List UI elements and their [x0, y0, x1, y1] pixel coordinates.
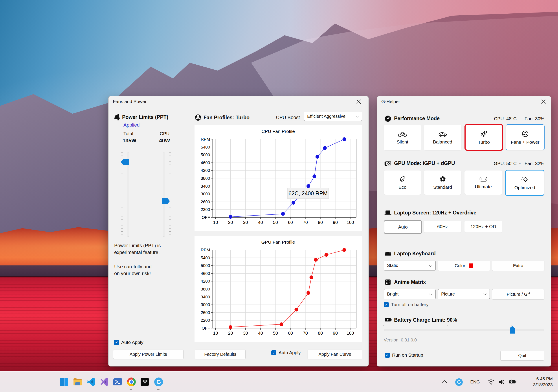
svg-text:30: 30	[243, 220, 248, 225]
powershell-button[interactable]	[113, 377, 123, 387]
keyboard-mode-select[interactable]: Static	[384, 261, 436, 270]
svg-text:50: 50	[273, 331, 278, 335]
slider-tick	[448, 325, 448, 326]
svg-text:4200: 4200	[201, 168, 210, 173]
svg-text:80: 80	[318, 331, 323, 335]
auto-apply-power-checkbox[interactable]: ✓ Auto Apply	[114, 340, 143, 345]
auto-apply-fan-checkbox[interactable]: ✓ Auto Apply	[271, 350, 301, 355]
cpu-slider-track[interactable]	[163, 152, 165, 237]
fan-curve-point[interactable]	[281, 212, 285, 216]
note-line: Use carefully and	[114, 264, 152, 269]
visual-studio-button[interactable]	[100, 377, 109, 387]
tidal-button[interactable]	[140, 377, 150, 387]
apply-fan-curve-button[interactable]: Apply Fan Curve	[308, 350, 362, 359]
wifi-tray-icon[interactable]	[487, 378, 496, 386]
cpu-slider-thumb[interactable]	[162, 198, 170, 204]
perf-mode-balanced-button[interactable]: Balanced	[424, 125, 462, 150]
fan-curve-point[interactable]	[306, 184, 310, 188]
fan-curve-point[interactable]	[295, 308, 298, 311]
matrix-brightness-select[interactable]: Bright	[384, 289, 436, 299]
battery-slider-track[interactable]	[384, 329, 544, 331]
fan-curve-point[interactable]	[229, 215, 232, 219]
running-indicator	[157, 389, 159, 390]
anime-matrix-heading: Anime Matrix	[394, 279, 426, 285]
fan-curve-point[interactable]	[342, 137, 346, 141]
picture-gif-button[interactable]: Picture / Gif	[492, 289, 544, 300]
gpu-mode-ultimate-button[interactable]: Ultimate	[464, 170, 502, 195]
battery-tray-icon[interactable]	[508, 378, 517, 386]
screen-120hz-od-button[interactable]: 120Hz + OD	[464, 221, 502, 233]
svg-text:RPM: RPM	[201, 248, 210, 252]
fan-curve-point[interactable]	[310, 275, 313, 279]
tray-ghelper-icon[interactable]: G	[454, 378, 463, 386]
quit-button[interactable]: Quit	[500, 351, 544, 361]
chart-axis-ticks	[211, 139, 350, 219]
run-on-startup-checkbox[interactable]: ✓ Run on Startup	[385, 352, 423, 358]
laptop-screen-icon	[384, 209, 392, 216]
vscode-button[interactable]	[86, 377, 96, 387]
keyboard-extra-button[interactable]: Extra	[492, 261, 544, 271]
fan-curve-point[interactable]	[315, 155, 319, 159]
gpu-mode-optimized-button[interactable]: Optimized	[505, 170, 544, 196]
start-button[interactable]	[59, 377, 69, 387]
version-link[interactable]: Version: 0.31.0.0	[384, 337, 417, 342]
fan-curve-point[interactable]	[313, 175, 316, 178]
factory-defaults-button[interactable]: Factory Defaults	[195, 350, 245, 359]
keyboard-mode-value: Static	[387, 263, 398, 268]
fan-curve-point[interactable]	[292, 201, 295, 205]
gpu-fan-chart[interactable]: OFF220026003000340038004200460050005400R…	[194, 236, 362, 342]
close-button[interactable]	[540, 99, 547, 105]
gpu-mode-eco-button[interactable]: Eco	[384, 170, 421, 195]
leaf-icon	[399, 175, 406, 183]
fan-curve-point[interactable]	[314, 258, 318, 262]
perf-mode-fans-power-button[interactable]: Fans + Power	[506, 124, 545, 150]
anime-matrix-icon	[384, 279, 392, 286]
slider-tick	[416, 325, 416, 326]
language-indicator[interactable]: ENG	[470, 379, 480, 385]
vscode-icon	[87, 377, 96, 386]
tray-expand-button[interactable]	[441, 378, 449, 386]
gamepad-icon	[479, 176, 488, 182]
volume-tray-icon[interactable]	[497, 378, 506, 386]
cpu-boost-select[interactable]: Efficient Aggressive	[304, 112, 362, 121]
cpu-fan-chart[interactable]: OFF220026003000340038004200460050005400R…	[194, 125, 362, 231]
turn-off-on-battery-checkbox[interactable]: ✓ Turn off on battery	[384, 302, 428, 307]
120hz-od-label: 120Hz + OD	[471, 224, 496, 229]
perf-mode-turbo-button[interactable]: Turbo	[464, 124, 503, 151]
fan-curve-point[interactable]	[324, 253, 328, 257]
ghelper-taskbar-button[interactable]: G	[154, 377, 164, 387]
apply-power-limits-button[interactable]: Apply Power Limits	[113, 350, 183, 359]
file-explorer-button[interactable]	[73, 377, 83, 387]
fan-curve-point[interactable]	[229, 325, 232, 329]
gpu-chart-title: GPU Fan Profile	[194, 240, 362, 245]
screen-60hz-button[interactable]: 60Hz	[424, 221, 462, 233]
keyboard-color-button[interactable]: Color	[438, 261, 490, 271]
matrix-mode-select[interactable]: Picture	[438, 289, 490, 299]
perf-mode-silent-button[interactable]: Silent	[384, 125, 421, 150]
svg-text:4600: 4600	[201, 271, 210, 276]
svg-text:5000: 5000	[201, 263, 210, 268]
fan-curve-point[interactable]	[306, 291, 310, 295]
total-value: 135W	[122, 138, 136, 144]
screen-auto-button[interactable]: Auto	[384, 220, 422, 234]
fan-curve-point[interactable]	[279, 322, 283, 326]
chrome-button[interactable]	[127, 377, 136, 387]
clock[interactable]: 6:45 PM 3/18/2023	[533, 376, 553, 388]
chevron-down-icon	[483, 292, 487, 296]
picture-gif-label: Picture / Gif	[507, 292, 530, 297]
standard-label: Standard	[433, 184, 452, 190]
battery-slider-thumb[interactable]	[510, 326, 515, 334]
laptop-screen-heading: Laptop Screen: 120Hz + Overdrive	[394, 210, 476, 216]
note-line: experimental feature.	[114, 250, 160, 255]
fan-curve-point[interactable]	[323, 146, 327, 150]
chevron-up-icon	[442, 380, 447, 385]
speaker-icon	[498, 379, 505, 385]
gpu-mode-standard-button[interactable]: Standard	[424, 170, 462, 195]
apply-fan-curve-label: Apply Fan Curve	[319, 352, 351, 357]
matrix-brightness-value: Bright	[387, 292, 399, 297]
close-button[interactable]	[355, 99, 362, 105]
fan-curve-point[interactable]	[342, 248, 346, 252]
slider-tick	[544, 325, 544, 326]
cpu-boost-label: CPU Boost	[276, 115, 300, 120]
gpu-fan-chart-panel: GPU Fan Profile OFF220026003000340038004…	[194, 236, 362, 342]
